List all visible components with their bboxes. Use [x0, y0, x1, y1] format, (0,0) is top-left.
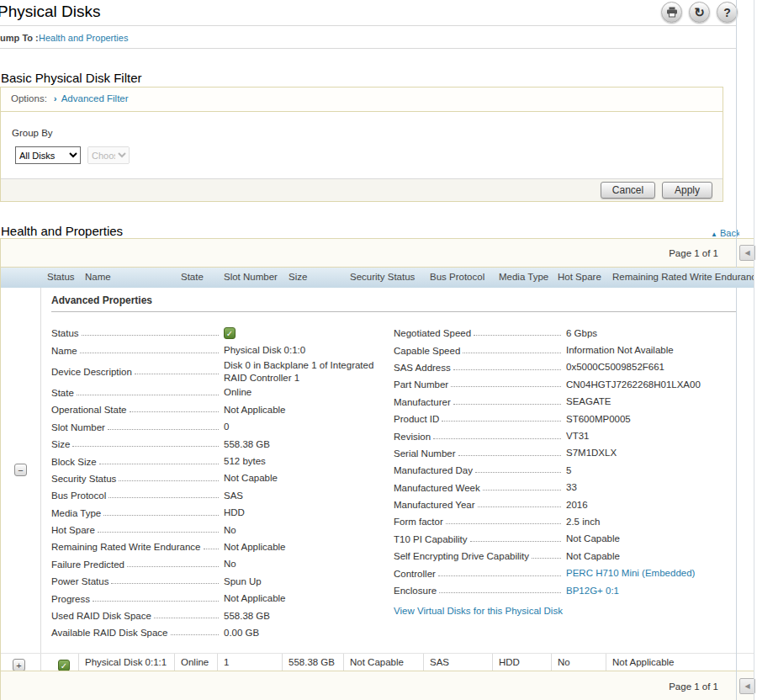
- jump-to-bar: Jump To : Health and Properties: [0, 27, 736, 49]
- print-button[interactable]: [661, 2, 682, 23]
- property-row-device-description: Device Description Disk 0 in Backplane 1…: [51, 359, 389, 384]
- property-value: 5: [566, 464, 737, 477]
- dotted-leader: [154, 611, 219, 618]
- property-row-power-status: Power Status Spun Up: [51, 573, 389, 590]
- property-value-link-controller[interactable]: PERC H710 Mini (Embedded): [566, 567, 737, 580]
- dotted-leader: [103, 508, 219, 516]
- property-value: Disk 0 in Backplane 1 of Integrated RAID…: [224, 359, 389, 384]
- expander-cell: −: [1, 288, 41, 653]
- dotted-leader: [80, 346, 219, 353]
- printer-icon: [666, 7, 678, 18]
- property-value: 0x5000C5009852F661: [566, 361, 737, 374]
- property-row-negotiated-speed: Negotiated Speed 6 Gbps: [394, 325, 737, 342]
- property-value-link-enclosure[interactable]: BP12G+ 0:1: [566, 585, 737, 597]
- property-label: Failure Predicted: [51, 559, 124, 570]
- group-by-label: Group By: [12, 128, 53, 138]
- dotted-leader: [127, 559, 219, 567]
- advanced-filter-link[interactable]: Advanced Filter: [61, 93, 129, 103]
- property-row-revision: Revision VT31: [394, 427, 737, 444]
- row-endurance-cell: Not Applicable: [606, 654, 754, 671]
- property-row-t10-pi-capability: T10 PI Capability Not Capable: [394, 531, 737, 548]
- cancel-button[interactable]: Cancel: [601, 182, 655, 199]
- dotted-leader: [171, 628, 220, 635]
- refresh-button[interactable]: ↻: [689, 2, 710, 23]
- row-media-cell: HDD: [493, 654, 552, 671]
- group-by-select[interactable]: All Disks: [15, 146, 81, 164]
- property-label: Form factor: [394, 517, 443, 527]
- property-row-controller: Controller PERC H710 Mini (Embedded): [394, 565, 737, 581]
- property-label: Hot Spare: [51, 525, 95, 535]
- options-label: Options:: [11, 93, 47, 103]
- property-label: Size: [51, 439, 70, 449]
- page-title: Physical Disks: [0, 3, 100, 21]
- property-row-enclosure: Enclosure BP12G+ 0:1: [394, 582, 737, 599]
- property-value: Information Not Available: [566, 344, 737, 357]
- property-value: CN04HGTJ7262268H01LXA00: [566, 379, 737, 391]
- column-header-security-status: Security Status: [344, 268, 424, 288]
- back-to-top-link[interactable]: ▲Back To Top: [711, 228, 739, 238]
- collapse-row-button[interactable]: −: [14, 464, 27, 476]
- expand-row-button[interactable]: +: [13, 659, 25, 671]
- dotted-leader: [108, 422, 219, 430]
- property-label: T10 PI Capability: [394, 534, 468, 544]
- property-value: Not Capable: [566, 533, 737, 545]
- apply-button[interactable]: Apply: [662, 182, 712, 199]
- property-row-block-size: Block Size 512 bytes: [51, 453, 389, 469]
- property-row-operational-state: Operational State Not Applicable: [51, 401, 389, 418]
- status-ok-icon: ✓: [58, 660, 70, 671]
- table-toolbar: Page 1 of 1 ◀: [1, 239, 754, 268]
- expanded-detail-row: − Advanced Properties Status ✓ Name Phys…: [1, 288, 754, 653]
- property-row-capable-speed: Capable Speed Information Not Available: [394, 342, 737, 358]
- property-label: Negotiated Speed: [394, 328, 471, 338]
- expander-column-header: [1, 268, 41, 288]
- property-label: Device Description: [51, 367, 132, 377]
- filter-options-row: Options:›Advanced Filter: [1, 88, 723, 112]
- column-header-slot-number: Slot Number: [218, 268, 283, 288]
- table-footer: Page 1 of 1 ◀: [1, 671, 754, 700]
- property-value: 558.38 GB: [224, 610, 389, 623]
- view-virtual-disks-link[interactable]: View Virtual Disks for this Physical Dis…: [394, 606, 563, 616]
- property-label: Product ID: [394, 414, 439, 424]
- chevron-right-icon: ›: [54, 93, 57, 103]
- dotted-leader: [474, 328, 561, 336]
- property-label: Status: [51, 328, 79, 338]
- column-header-size: Size: [283, 268, 344, 288]
- property-label: Security Status: [51, 474, 116, 484]
- property-value: SAS: [224, 490, 389, 502]
- dotted-leader: [111, 576, 219, 584]
- property-label: State: [51, 388, 74, 398]
- property-value: Not Applicable: [224, 541, 389, 554]
- properties-column-right: Negotiated Speed 6 Gbps Capable Speed In…: [394, 325, 737, 642]
- property-row-name: Name Physical Disk 0:1:0: [51, 342, 389, 358]
- property-row-bus-protocol: Bus Protocol SAS: [51, 487, 389, 504]
- table-header-row: Status Name State Slot Number Size Secur…: [1, 268, 754, 288]
- property-value: VT31: [566, 430, 737, 443]
- dotted-leader: [478, 500, 561, 507]
- property-row-remaining-rated-write-endurance: Remaining Rated Write Endurance Not Appl…: [51, 538, 389, 555]
- property-value: HDD: [224, 506, 389, 519]
- property-row-hot-spare: Hot Spare No: [51, 522, 389, 538]
- column-header-name: Name: [79, 268, 175, 288]
- property-row-self-encrypting-drive-capability: Self Encrypting Drive Capability Not Cap…: [394, 548, 737, 565]
- property-row-product-id: Product ID ST600MP0005: [394, 411, 737, 427]
- property-row-progress: Progress Not Applicable: [51, 590, 389, 607]
- property-row-available-raid-disk-space: Available RAID Disk Space 0.00 GB: [51, 624, 389, 641]
- dotted-leader: [439, 586, 561, 593]
- property-label: Block Size: [51, 457, 97, 467]
- property-value: 33: [566, 481, 737, 494]
- property-label: Operational State: [51, 405, 127, 415]
- property-label: SAS Address: [394, 363, 451, 373]
- row-security-cell: Not Capable: [344, 654, 424, 671]
- dotted-leader: [483, 483, 561, 491]
- jump-link-health-and-properties[interactable]: Health and Properties: [39, 33, 128, 43]
- property-value: Not Capable: [566, 550, 737, 563]
- pagination-label: Page 1 of 1: [669, 681, 718, 692]
- property-label: Media Type: [51, 508, 101, 518]
- row-slot-cell: 1: [218, 654, 283, 671]
- help-button[interactable]: ?: [717, 2, 738, 23]
- choose-select[interactable]: Choose: [87, 146, 130, 164]
- property-value: SEAGATE: [566, 395, 737, 408]
- table-row[interactable]: + ✓ Physical Disk 0:1:1 Online 1 558.38 …: [1, 653, 754, 671]
- property-row-status: Status ✓: [51, 325, 389, 342]
- dotted-leader: [433, 432, 561, 439]
